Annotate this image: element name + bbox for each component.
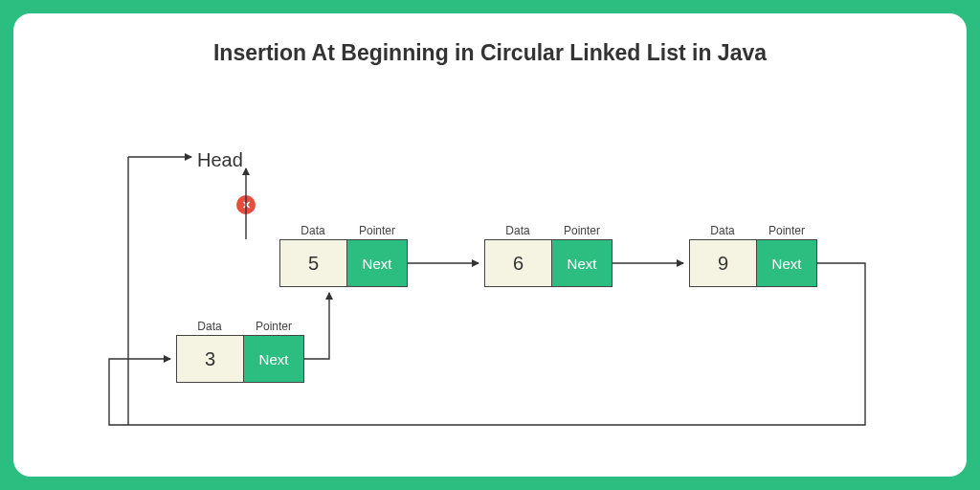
diagram-card: Insertion At Beginning in Circular Linke… (13, 13, 967, 477)
node-pointer: Next (757, 240, 816, 286)
node-data: 3 (177, 336, 244, 382)
cross-icon: ✕ (236, 195, 256, 214)
node-3-new: 3 Next (176, 335, 304, 383)
diagram-title: Insertion At Beginning in Circular Linke… (13, 40, 967, 66)
node-pointer: Next (244, 336, 303, 382)
node-labels-new: DataPointer (176, 320, 304, 333)
node-pointer: Next (347, 240, 407, 286)
node-pointer: Next (552, 240, 612, 286)
node-data: 9 (690, 240, 757, 286)
node-labels-2: DataPointer (484, 224, 612, 237)
head-label: Head (197, 149, 243, 171)
node-data: 6 (485, 240, 552, 286)
node-labels-3: DataPointer (689, 224, 817, 237)
node-5: 5 Next (279, 239, 408, 287)
node-9: 9 Next (689, 239, 817, 287)
node-labels-1: DataPointer (279, 224, 408, 237)
node-data: 5 (280, 240, 347, 286)
node-6: 6 Next (484, 239, 612, 287)
